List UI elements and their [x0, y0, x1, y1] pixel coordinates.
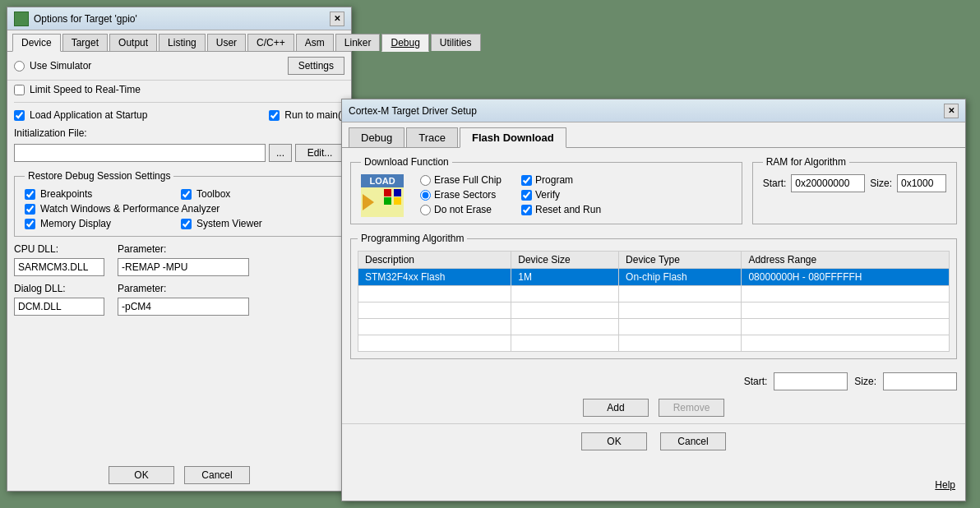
- cortex-close-button[interactable]: ✕: [944, 104, 959, 118]
- erase-full-chip-label: Erase Full Chip: [434, 174, 502, 186]
- use-simulator-radio[interactable]: [14, 61, 25, 72]
- restore-section-legend: Restore Debug Session Settings: [25, 170, 173, 182]
- cpu-param-input[interactable]: [118, 258, 249, 276]
- cpu-dll-col: CPU DLL:: [14, 243, 104, 276]
- system-viewer-checkbox[interactable]: [181, 219, 192, 229]
- ram-start-input[interactable]: [791, 174, 865, 192]
- table-empty-row-4: [358, 335, 950, 352]
- load-app-checkbox[interactable]: [14, 110, 25, 121]
- download-options: Erase Full Chip Erase Sectors Do not Era…: [420, 174, 601, 217]
- table-row[interactable]: STM32F4xx Flash 1M On-chip Flash 0800000…: [358, 269, 950, 286]
- toolbox-label: Toolbox: [196, 188, 230, 200]
- alg-size-input[interactable]: [883, 372, 957, 390]
- tab-linker[interactable]: Linker: [335, 34, 381, 51]
- erase-full-chip-radio[interactable]: [420, 175, 431, 186]
- help-label[interactable]: Help: [935, 479, 955, 491]
- init-file-input[interactable]: [14, 144, 266, 162]
- tab-utilities[interactable]: Utilities: [431, 34, 481, 51]
- reset-and-run-checkbox[interactable]: [521, 205, 532, 215]
- col-device-size: Device Size: [511, 252, 619, 269]
- run-to-main-checkbox[interactable]: [269, 110, 280, 121]
- watch-windows-checkbox[interactable]: [25, 204, 35, 215]
- cortex-title-text: Cortex-M Target Driver Setup: [349, 105, 477, 117]
- download-function-fieldset: Download Function LOAD: [350, 156, 742, 224]
- main-cancel-button[interactable]: Cancel: [184, 466, 250, 484]
- do-not-erase-radio[interactable]: [420, 205, 431, 215]
- use-simulator-label: Use Simulator: [30, 60, 91, 72]
- tab-device[interactable]: Device: [12, 34, 61, 52]
- erase-sectors-radio[interactable]: [420, 190, 431, 201]
- col-device-type: Device Type: [619, 252, 742, 269]
- tab-listing[interactable]: Listing: [159, 34, 206, 51]
- do-not-erase-label: Do not Erase: [434, 204, 492, 215]
- ram-size-label: Size:: [870, 178, 892, 189]
- download-inner: LOAD: [361, 174, 732, 217]
- init-file-label: Initialization File:: [14, 127, 87, 139]
- dialog-param-label: Parameter:: [118, 283, 249, 294]
- row-description: STM32F4xx Flash: [358, 269, 511, 286]
- add-button[interactable]: Add: [583, 399, 649, 417]
- browse-button[interactable]: ...: [269, 144, 292, 162]
- memory-display-checkbox[interactable]: [25, 219, 35, 229]
- cpu-dll-input[interactable]: [14, 258, 104, 276]
- tab-debug[interactable]: Debug: [381, 34, 428, 52]
- dialog-ok-button[interactable]: OK: [581, 432, 647, 450]
- toolbox-checkbox[interactable]: [181, 189, 192, 200]
- main-title-text: Options for Target 'gpio': [14, 12, 137, 26]
- cortex-dialog-title: Cortex-M Target Driver Setup: [349, 105, 477, 117]
- cortex-title-bar: Cortex-M Target Driver Setup ✕: [342, 99, 965, 122]
- col-address-range: Address Range: [742, 252, 950, 269]
- cortex-tab-trace[interactable]: Trace: [406, 127, 458, 147]
- edit-button[interactable]: Edit...: [295, 144, 344, 162]
- dialog-bottom-buttons: OK Cancel Help: [342, 423, 965, 459]
- main-title-bar: Options for Target 'gpio' ✕: [7, 7, 351, 30]
- verify-label: Verify: [535, 189, 560, 201]
- cortex-dialog: Cortex-M Target Driver Setup ✕ Debug Tra…: [341, 99, 966, 501]
- cortex-tab-flash-download[interactable]: Flash Download: [460, 127, 566, 148]
- tab-output[interactable]: Output: [109, 34, 157, 51]
- ram-start-label: Start:: [763, 178, 787, 189]
- dialog-param-input[interactable]: [118, 298, 249, 316]
- programming-algorithm-legend: Programming Algorithm: [358, 233, 467, 244]
- main-close-button[interactable]: ✕: [330, 12, 344, 26]
- table-empty-row-3: [358, 319, 950, 335]
- ram-algorithm-legend: RAM for Algorithm: [763, 156, 849, 168]
- alg-size-label: Size:: [854, 376, 876, 387]
- cpu-dll-label: CPU DLL:: [14, 243, 104, 255]
- main-ok-button[interactable]: OK: [109, 466, 174, 484]
- programming-algorithm-fieldset: Programming Algorithm Description Device…: [350, 233, 957, 359]
- table-empty-row-2: [358, 302, 950, 319]
- program-checkbox[interactable]: [521, 175, 532, 186]
- verify-checkbox[interactable]: [521, 190, 532, 201]
- cortex-tab-bar: Debug Trace Flash Download: [342, 122, 965, 148]
- program-label: Program: [535, 174, 573, 186]
- run-to-main-label: Run to main(): [284, 109, 344, 121]
- restore-session-fieldset: Restore Debug Session Settings Breakpoin…: [14, 170, 344, 237]
- dialog-dll-label: Dialog DLL:: [14, 283, 104, 294]
- load-app-label: Load Application at Startup: [30, 109, 147, 121]
- dialog-dll-input[interactable]: [14, 298, 104, 316]
- alg-start-input[interactable]: [774, 372, 848, 390]
- tab-asm[interactable]: Asm: [296, 34, 334, 51]
- tab-user[interactable]: User: [207, 34, 246, 51]
- breakpoints-checkbox[interactable]: [25, 189, 35, 200]
- dialog-dll-section: Dialog DLL: Parameter:: [14, 283, 344, 316]
- limit-speed-label: Limit Speed to Real-Time: [30, 84, 141, 95]
- algorithm-table: Description Device Size Device Type Addr…: [358, 251, 950, 352]
- remove-button[interactable]: Remove: [659, 399, 724, 417]
- tab-cpp[interactable]: C/C++: [247, 34, 294, 51]
- tab-target[interactable]: Target: [62, 34, 108, 51]
- row-address-range: 08000000H - 080FFFFFH: [742, 269, 950, 286]
- start-size-row: Start: Size:: [342, 367, 965, 395]
- limit-speed-checkbox[interactable]: [14, 85, 25, 95]
- ram-size-input[interactable]: [897, 174, 946, 192]
- dialog-cancel-button[interactable]: Cancel: [660, 432, 726, 450]
- cortex-tab-debug[interactable]: Debug: [349, 127, 404, 147]
- alg-start-label: Start:: [744, 376, 768, 387]
- download-area: Download Function LOAD: [342, 148, 965, 233]
- left-settings-button[interactable]: Settings: [288, 57, 344, 75]
- app-logo-icon: [14, 12, 29, 26]
- main-bottom-buttons: OK Cancel: [7, 466, 351, 484]
- dialog-dll-col: Dialog DLL:: [14, 283, 104, 316]
- download-function-legend: Download Function: [361, 156, 452, 168]
